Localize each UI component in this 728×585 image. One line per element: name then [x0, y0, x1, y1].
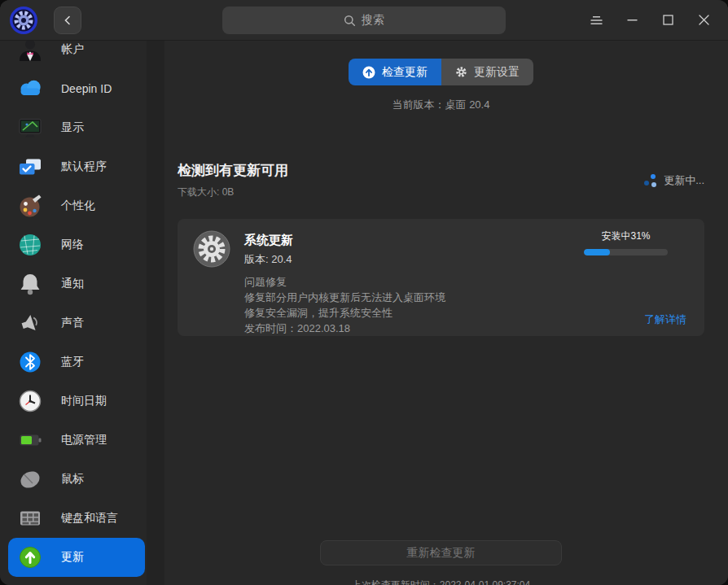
menu-icon — [590, 15, 603, 25]
tab-label: 检查更新 — [382, 65, 428, 80]
mouse-icon — [16, 465, 44, 493]
download-size-text: 下载大小: 0B — [178, 186, 288, 199]
tab-check-updates[interactable]: 检查更新 — [349, 59, 441, 85]
window-controls — [578, 6, 721, 35]
tab-update-settings[interactable]: 更新设置 — [441, 59, 533, 85]
update-version: 版本: 20.4 — [244, 252, 445, 267]
minimize-icon — [627, 15, 638, 25]
sidebar-item-update[interactable]: 更新 — [8, 538, 145, 577]
changelog-line: 修复安全漏洞，提升系统安全性 — [244, 305, 445, 321]
install-progress-label: 安装中31% — [584, 229, 668, 243]
back-button[interactable] — [54, 7, 81, 34]
search-icon — [344, 15, 356, 27]
last-check-time: 上次检查更新时间：2022-04-01 09:37:04 — [178, 578, 704, 585]
sidebar-item-label: 键盘和语言 — [61, 511, 118, 526]
minimize-button[interactable] — [614, 6, 650, 35]
sidebar-item-label: 默认程序 — [61, 159, 107, 174]
titlebar: 搜索 — [0, 0, 728, 41]
sidebar-item-deepin-id[interactable]: Deepin ID — [8, 69, 147, 108]
sidebar-item-sound[interactable]: 声音 — [8, 303, 147, 343]
update-tab-switcher: 检查更新 更新设置 — [349, 59, 533, 85]
update-footer: 重新检查更新 上次检查更新时间：2022-04-01 09:37:04 — [178, 540, 704, 585]
sidebar-gutter — [147, 41, 164, 585]
changelog-line: 修复部分用户内核更新后无法进入桌面环境 — [244, 290, 445, 305]
close-icon — [699, 15, 709, 25]
sidebar-item-notification[interactable]: 通知 — [8, 264, 147, 303]
sidebar-item-label: Deepin ID — [61, 82, 112, 95]
chevron-left-icon — [63, 15, 72, 25]
install-progress: 安装中31% — [584, 229, 668, 255]
updating-status-text: 更新中... — [664, 173, 704, 188]
cloud-icon — [16, 75, 44, 103]
sidebar-item-label: 鼠标 — [61, 472, 84, 487]
current-version-text: 当前版本：桌面 20.4 — [178, 98, 704, 112]
maximize-icon — [663, 15, 673, 25]
sidebar-item-label: 电源管理 — [61, 433, 107, 447]
sidebar-item-label: 声音 — [61, 316, 84, 330]
arrow-up-circle-icon — [362, 66, 375, 79]
update-page: 检查更新 更新设置 当前版本：桌面 20.4 检测到有更新可用 下载大小: 0B — [164, 41, 728, 585]
sidebar-item-accounts[interactable]: 帐户 — [8, 41, 147, 69]
sidebar-item-datetime[interactable]: 时间日期 — [8, 382, 147, 421]
updating-status: 更新中... — [644, 173, 704, 188]
details-link[interactable]: 了解详情 — [644, 312, 686, 327]
updates-available-block: 检测到有更新可用 下载大小: 0B — [178, 161, 288, 199]
progress-fill — [584, 249, 610, 255]
sidebar-item-display[interactable]: 显示 — [8, 108, 147, 147]
sidebar-item-label: 帐户 — [61, 42, 84, 57]
recheck-updates-button[interactable]: 重新检查更新 — [320, 540, 562, 565]
sidebar-item-label: 个性化 — [61, 199, 95, 213]
update-icon — [16, 544, 44, 571]
keyboard-icon — [16, 504, 44, 532]
sidebar-item-bluetooth[interactable]: 蓝牙 — [8, 343, 147, 382]
search-input[interactable]: 搜索 — [222, 7, 506, 34]
updates-available-title: 检测到有更新可用 — [178, 161, 288, 180]
search-placeholder: 搜索 — [362, 13, 384, 28]
display-icon — [16, 114, 44, 142]
maximize-button[interactable] — [650, 6, 686, 35]
sidebar-item-default-apps[interactable]: 默认程序 — [8, 147, 147, 186]
sidebar-item-network[interactable]: 网络 — [8, 225, 147, 264]
bluetooth-icon — [16, 348, 44, 376]
gear-icon — [455, 66, 467, 78]
update-changelog: 问题修复 修复部分用户内核更新后无法进入桌面环境 修复安全漏洞，提升系统安全性 … — [244, 274, 445, 336]
sidebar-item-mouse[interactable]: 鼠标 — [8, 460, 147, 499]
system-update-card: 系统更新 版本: 20.4 问题修复 修复部分用户内核更新后无法进入桌面环境 修… — [178, 219, 704, 336]
tab-label: 更新设置 — [474, 65, 520, 80]
bell-icon — [16, 270, 44, 298]
speaker-icon — [13, 306, 48, 341]
default-apps-icon — [16, 153, 44, 181]
menu-button[interactable] — [578, 6, 614, 35]
sidebar-item-keyboard[interactable]: 键盘和语言 — [8, 499, 147, 538]
update-title: 系统更新 — [244, 230, 445, 248]
sidebar-item-label: 网络 — [61, 238, 84, 252]
sidebar-item-label: 通知 — [61, 277, 84, 291]
system-update-gear-icon — [193, 230, 230, 268]
sidebar-item-label: 时间日期 — [61, 394, 107, 408]
palette-icon — [16, 192, 44, 220]
control-center-app-icon — [8, 5, 39, 36]
battery-icon — [16, 426, 44, 454]
release-date: 发布时间：2022.03.18 — [244, 321, 445, 336]
sidebar-item-power[interactable]: 电源管理 — [8, 421, 147, 460]
account-icon — [16, 41, 44, 63]
changelog-line: 问题修复 — [244, 274, 445, 290]
control-center-window: 搜索 帐户 — [0, 0, 728, 585]
sidebar-item-label: 蓝牙 — [61, 355, 84, 369]
sidebar-item-label: 显示 — [61, 120, 84, 135]
spinner-icon — [644, 174, 657, 187]
sidebar-item-personalization[interactable]: 个性化 — [8, 186, 147, 225]
sidebar: 帐户 Deepin ID 显示 默认程序 个性化 — [0, 41, 147, 585]
sidebar-item-label: 更新 — [61, 550, 84, 565]
progress-bar — [584, 249, 668, 255]
close-button[interactable] — [686, 6, 721, 35]
clock-icon — [16, 387, 44, 415]
network-icon — [16, 231, 44, 259]
